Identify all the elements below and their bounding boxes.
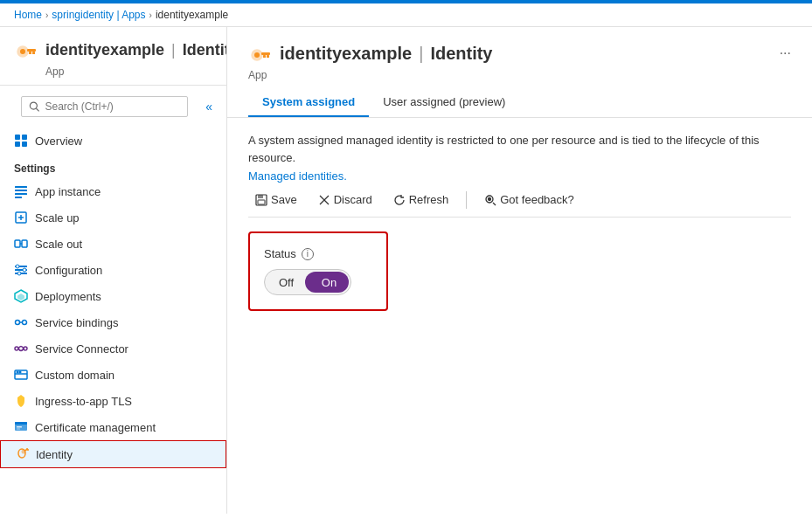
- sidebar-item-ingress-tls[interactable]: Ingress-to-app TLS: [0, 388, 226, 414]
- svg-point-5: [30, 102, 37, 109]
- breadcrumb-sep-1: ›: [45, 10, 48, 20]
- svg-point-35: [19, 371, 21, 373]
- svg-rect-10: [22, 142, 27, 147]
- deployments-icon: [14, 289, 28, 303]
- svg-rect-9: [15, 142, 20, 147]
- feedback-button[interactable]: Got feedback?: [477, 190, 581, 210]
- breadcrumb-sep-2: ›: [149, 10, 152, 20]
- svg-point-57: [489, 197, 491, 200]
- sidebar-item-identity[interactable]: Identity: [0, 440, 226, 468]
- refresh-button[interactable]: Refresh: [386, 190, 456, 210]
- managed-identities-link[interactable]: Managed identities.: [248, 169, 347, 183]
- svg-rect-2: [27, 49, 36, 52]
- svg-rect-37: [15, 422, 27, 425]
- sidebar-item-scale-out-label: Scale out: [35, 238, 82, 251]
- svg-rect-13: [15, 193, 27, 195]
- save-label: Save: [271, 193, 297, 206]
- page-subtitle: App: [248, 69, 791, 81]
- sidebar-item-overview-label: Overview: [35, 135, 82, 148]
- sidebar-item-custom-domain-label: Custom domain: [35, 369, 115, 382]
- toggle-off-label: Off: [265, 276, 308, 289]
- sidebar: identityexample | Identity ··· App «: [0, 27, 227, 514]
- collapse-button[interactable]: «: [202, 96, 216, 117]
- resource-name: identityexample: [45, 41, 164, 59]
- search-container: [21, 96, 188, 117]
- refresh-label: Refresh: [409, 193, 449, 206]
- service-bindings-icon: [14, 315, 28, 329]
- overview-icon: [14, 134, 28, 148]
- toolbar: Save Discard Refresh: [248, 183, 791, 218]
- svg-rect-39: [17, 429, 20, 430]
- sidebar-item-configuration[interactable]: Configuration: [0, 257, 226, 283]
- breadcrumb-home[interactable]: Home: [14, 9, 42, 21]
- nav-section-settings: Settings: [0, 154, 226, 178]
- ingress-tls-icon: [14, 394, 28, 408]
- scale-out-icon: [14, 237, 28, 251]
- status-info-icon[interactable]: i: [302, 248, 314, 260]
- sidebar-item-scale-up-label: Scale up: [35, 211, 80, 224]
- svg-rect-11: [15, 186, 27, 188]
- sidebar-item-deployments[interactable]: Deployments: [0, 283, 226, 309]
- custom-domain-icon: [14, 368, 28, 382]
- svg-line-6: [36, 108, 38, 111]
- sidebar-item-certificate[interactable]: Certificate management: [0, 414, 226, 440]
- discard-label: Discard: [334, 193, 372, 206]
- discard-icon: [318, 194, 330, 206]
- service-connector-icon: [14, 342, 28, 356]
- page-title: identityexample: [280, 44, 412, 64]
- breadcrumb-current: identityexample: [156, 9, 228, 21]
- breadcrumb-apps[interactable]: springidentity | Apps: [52, 9, 145, 21]
- toggle-on-label: On: [308, 276, 350, 289]
- status-label-row: Status i: [264, 247, 372, 260]
- save-button[interactable]: Save: [248, 190, 304, 210]
- toolbar-divider: [466, 191, 467, 209]
- svg-point-31: [24, 347, 27, 350]
- sidebar-item-service-connector[interactable]: Service Connector: [0, 335, 226, 362]
- svg-rect-8: [22, 135, 27, 140]
- sidebar-item-scale-out[interactable]: Scale out: [0, 231, 226, 257]
- content-area: identityexample | Identity ··· App Syste…: [227, 27, 812, 514]
- search-input[interactable]: [45, 100, 181, 113]
- svg-point-27: [16, 321, 20, 325]
- status-toggle[interactable]: Off On: [264, 269, 351, 295]
- svg-rect-48: [267, 55, 269, 58]
- svg-point-1: [20, 49, 25, 54]
- svg-rect-47: [261, 52, 270, 55]
- sidebar-item-scale-up[interactable]: Scale up: [0, 204, 226, 231]
- resource-section: Identity: [183, 41, 227, 59]
- resource-icon: [14, 38, 38, 62]
- svg-rect-3: [32, 52, 35, 54]
- tab-system-assigned[interactable]: System assigned: [248, 88, 369, 117]
- search-row: «: [0, 86, 226, 128]
- breadcrumb: Home › springidentity | Apps › identitye…: [0, 3, 812, 27]
- sidebar-item-ingress-tls-label: Ingress-to-app TLS: [35, 395, 132, 408]
- sidebar-item-app-instance[interactable]: App instance: [0, 178, 226, 204]
- sidebar-item-service-connector-label: Service Connector: [35, 342, 128, 356]
- svg-rect-7: [15, 135, 20, 140]
- svg-rect-18: [15, 240, 20, 247]
- sidebar-item-app-instance-label: App instance: [35, 185, 101, 198]
- svg-point-46: [254, 52, 260, 58]
- identity-icon: [15, 447, 29, 461]
- svg-line-56: [493, 203, 496, 205]
- svg-rect-49: [263, 55, 266, 58]
- discard-button[interactable]: Discard: [311, 190, 379, 210]
- feedback-icon: [484, 194, 496, 206]
- configuration-icon: [14, 263, 28, 277]
- svg-rect-12: [15, 190, 27, 191]
- tabs: System assigned User assigned (preview): [248, 88, 791, 117]
- page-title-section: Identity: [430, 44, 492, 64]
- certificate-icon: [14, 420, 28, 434]
- page-resource-icon: [248, 41, 273, 66]
- sidebar-item-service-bindings[interactable]: Service bindings: [0, 309, 226, 335]
- svg-point-34: [17, 371, 18, 373]
- status-box: Status i Off On: [248, 231, 388, 311]
- page-ellipsis[interactable]: ···: [780, 45, 791, 61]
- sidebar-header: identityexample | Identity ··· App: [0, 27, 226, 86]
- sidebar-item-overview[interactable]: Overview: [0, 128, 226, 154]
- svg-rect-14: [15, 197, 22, 198]
- svg-point-28: [23, 321, 27, 325]
- svg-rect-51: [258, 195, 263, 198]
- tab-user-assigned[interactable]: User assigned (preview): [369, 88, 519, 117]
- sidebar-item-custom-domain[interactable]: Custom domain: [0, 362, 226, 388]
